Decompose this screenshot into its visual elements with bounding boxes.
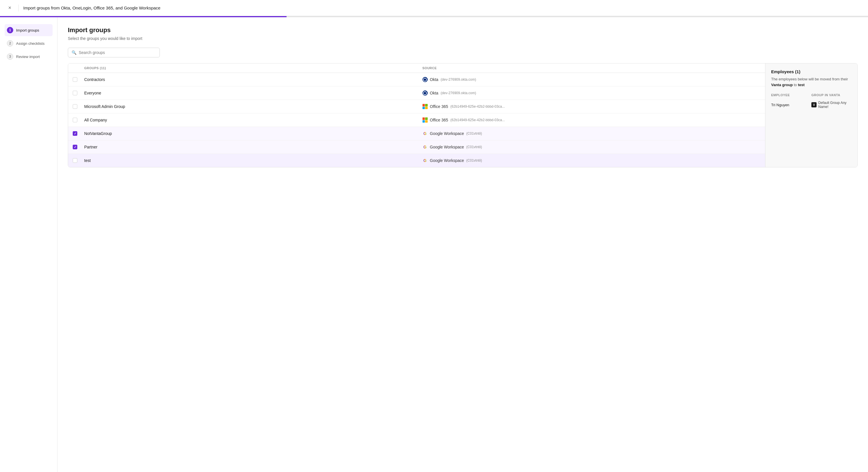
source-name: Okta	[430, 91, 439, 95]
source-name: Office 365	[430, 104, 448, 109]
modal-header: × Import groups from Okta, OneLogin, Off…	[0, 0, 868, 16]
source-name: Google Workspace	[430, 131, 464, 136]
row-checkbox-contractors[interactable]	[73, 77, 77, 82]
employees-panel: Employees (1) The employees below will b…	[765, 63, 857, 167]
sidebar-item-review-import[interactable]: 3 Review import	[5, 50, 53, 63]
step-1-number: 1	[7, 27, 13, 33]
source-cell-notvantagroup: G Google Workspace (C01vtntii)	[423, 131, 761, 136]
search-icon: 🔍	[71, 50, 76, 55]
office365-icon	[423, 117, 428, 123]
source-cell-microsoft-admin: Office 365 (62b14949-625e-42b2-bbbd-03ca…	[423, 104, 761, 109]
row-name-notvantagroup: NotVantaGroup	[84, 131, 423, 136]
row-name-microsoft-admin: Microsoft Admin Group	[84, 104, 423, 109]
step-3-number: 3	[7, 54, 13, 60]
source-name: Google Workspace	[430, 145, 464, 149]
source-name: Google Workspace	[430, 158, 464, 163]
source-id: (C01vtntii)	[466, 159, 482, 163]
google-icon: G	[423, 158, 428, 163]
groups-table: GROUPS (11) SOURCE Contractors Okta (dev…	[68, 63, 765, 167]
main-content: Import groups Select the groups you woul…	[58, 17, 868, 472]
row-checkbox-microsoft-admin[interactable]	[73, 104, 77, 109]
source-cell-partner: G Google Workspace (C01vtntii)	[423, 144, 761, 149]
step-1-label: Import groups	[16, 28, 39, 32]
close-button[interactable]: ×	[6, 4, 14, 12]
table-row: Partner G Google Workspace (C01vtntii)	[68, 140, 765, 154]
table-row: Contractors Okta (dev-276909.okta.com)	[68, 73, 765, 87]
okta-icon	[423, 91, 428, 96]
table-header: GROUPS (11) SOURCE	[68, 63, 765, 73]
row-name-test: test	[84, 158, 423, 163]
step-2-number: 2	[7, 40, 13, 46]
source-id: (C01vtntii)	[466, 145, 482, 149]
source-name: Okta	[430, 77, 439, 82]
modal-title: Import groups from Okta, OneLogin, Offic…	[23, 5, 160, 10]
row-name-all-company: All Company	[84, 118, 423, 122]
office365-icon	[423, 104, 428, 109]
col-employee-header: EMPLOYEE	[771, 93, 811, 97]
groups-table-layout: GROUPS (11) SOURCE Contractors Okta (dev…	[68, 63, 858, 167]
employee-name: Tri Nguyen	[771, 103, 811, 107]
page-title: Import groups	[68, 26, 858, 34]
sidebar-item-import-groups[interactable]: 1 Import groups	[5, 24, 53, 36]
source-cell-all-company: Office 365 (62b14949-625e-42b2-bbbd-03ca…	[423, 117, 761, 123]
group-name: Default Group Any Name!	[818, 101, 851, 109]
panel-desc-text2: to	[793, 83, 798, 87]
source-id: (dev-276909.okta.com)	[441, 91, 476, 95]
source-cell-everyone: Okta (dev-276909.okta.com)	[423, 91, 761, 96]
table-row: Everyone Okta (dev-276909.okta.com)	[68, 87, 765, 100]
panel-col-headers: EMPLOYEE GROUP IN VANTA	[771, 93, 851, 97]
source-cell-contractors: Okta (dev-276909.okta.com)	[423, 77, 761, 82]
row-checkbox-partner[interactable]	[73, 145, 77, 149]
source-id: (dev-276909.okta.com)	[441, 77, 476, 81]
row-name-everyone: Everyone	[84, 91, 423, 95]
table-row: NotVantaGroup G Google Workspace (C01vtn…	[68, 127, 765, 140]
row-name-contractors: Contractors	[84, 77, 423, 82]
progress-bar-container	[0, 16, 868, 17]
panel-desc-text1: The employees below will be moved from t…	[771, 77, 848, 81]
table-row: Microsoft Admin Group Office 365 (62b149…	[68, 100, 765, 113]
panel-desc-bold2: test	[798, 83, 804, 87]
step-3-label: Review import	[16, 55, 40, 59]
col-source-header: SOURCE	[423, 66, 761, 70]
panel-desc-bold1: Vanta group	[771, 83, 793, 87]
search-bar: 🔍	[68, 48, 160, 58]
row-checkbox-notvantagroup[interactable]	[73, 131, 77, 136]
okta-icon	[423, 77, 428, 82]
google-icon: G	[423, 144, 428, 149]
source-id: (62b14949-625e-42b2-bbbd-03ca...	[451, 104, 505, 108]
source-cell-test: G Google Workspace (C01vtntii)	[423, 158, 761, 163]
group-badge: V Default Group Any Name!	[811, 101, 851, 109]
col-group-header: GROUP IN VANTA	[811, 93, 851, 97]
row-checkbox-all-company[interactable]	[73, 118, 77, 122]
search-input[interactable]	[79, 50, 156, 55]
panel-title: Employees (1)	[771, 69, 851, 74]
table-row: All Company Office 365 (62b14949-625e-42…	[68, 113, 765, 127]
row-checkbox-everyone[interactable]	[73, 91, 77, 95]
source-id: (62b14949-625e-42b2-bbbd-03ca...	[451, 118, 505, 122]
sidebar: 1 Import groups 2 Assign checklists 3 Re…	[0, 17, 58, 472]
panel-description: The employees below will be moved from t…	[771, 76, 851, 88]
sidebar-item-assign-checklists[interactable]: 2 Assign checklists	[5, 37, 53, 49]
row-checkbox-test[interactable]	[73, 158, 77, 163]
main-layout: 1 Import groups 2 Assign checklists 3 Re…	[0, 17, 868, 472]
employee-row: Tri Nguyen V Default Group Any Name!	[771, 99, 851, 110]
source-name: Office 365	[430, 118, 448, 122]
table-row: test G Google Workspace (C01vtntii)	[68, 154, 765, 167]
source-id: (C01vtntii)	[466, 132, 482, 136]
progress-bar-fill	[0, 16, 286, 17]
col-groups-header: GROUPS (11)	[84, 66, 423, 70]
page-subtitle: Select the groups you would like to impo…	[68, 36, 858, 41]
vanta-icon: V	[811, 102, 816, 107]
row-name-partner: Partner	[84, 145, 423, 149]
google-icon: G	[423, 131, 428, 136]
step-2-label: Assign checklists	[16, 41, 44, 46]
